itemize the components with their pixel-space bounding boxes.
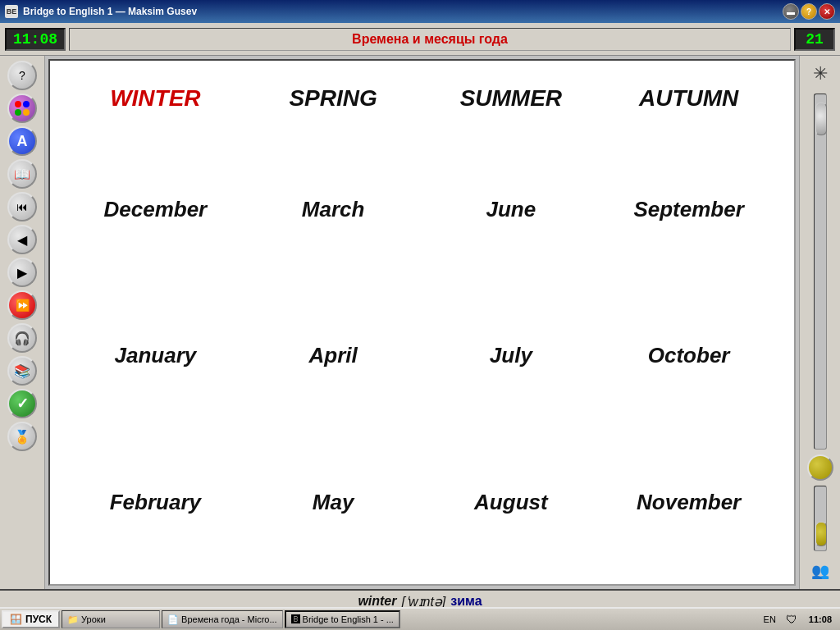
users-icon[interactable]: 👥 [806, 556, 835, 586]
slider-thumb-bottom[interactable] [815, 522, 827, 546]
month-july[interactable]: July [422, 335, 600, 377]
taskbar-antivirus-icon: 🛡 [784, 613, 799, 626]
taskbar: 🪟 ПУСК 📁 Уроки 📄 Времена года - Micro...… [0, 607, 840, 630]
check-sidebar-button[interactable]: ✓ [7, 389, 37, 418]
start-button[interactable]: 🪟 ПУСК [2, 610, 60, 628]
skip-back-sidebar-button[interactable]: ⏮ [7, 192, 37, 221]
taskbar-btn-bridge[interactable]: 🅱 Bridge to English 1 - ... [285, 610, 400, 628]
page-counter: 21 [794, 28, 835, 51]
season-summer[interactable]: SUMMER [422, 77, 600, 120]
vremena-icon: 📄 [167, 614, 179, 625]
lesson-title: Времена и месяцы года [69, 28, 791, 51]
season-spring[interactable]: SPRING [244, 77, 422, 120]
uroki-icon: 📁 [67, 614, 79, 625]
taskbar-btn-uroki[interactable]: 📁 Уроки [62, 610, 160, 628]
month-october[interactable]: October [600, 335, 778, 377]
month-june[interactable]: June [422, 189, 600, 231]
left-sidebar: ? A 📖 ⏮ ◀ ▶ ⏩ 🎧 📚 ✓ 🏅 [0, 56, 45, 589]
medal-sidebar-button[interactable]: 🏅 [7, 422, 37, 451]
month-november[interactable]: November [600, 482, 778, 523]
taskbar-btn-vremena[interactable]: 📄 Времена года - Micro... [162, 610, 283, 628]
book-sidebar-button[interactable]: 📖 [7, 159, 37, 189]
uroki-label: Уроки [81, 614, 106, 624]
taskbar-clock: 11:08 [802, 614, 838, 624]
bridge-label: Bridge to English 1 - ... [303, 614, 394, 624]
month-may[interactable]: May [244, 482, 422, 523]
vremena-label: Времена года - Micro... [181, 614, 277, 624]
top-toolbar: 11:08 Времена и месяцы года 21 [0, 23, 840, 56]
month-august[interactable]: August [422, 482, 600, 523]
month-december[interactable]: December [66, 189, 244, 231]
month-january[interactable]: January [66, 335, 244, 377]
scrollbar-track-top[interactable] [814, 94, 827, 450]
play-sidebar-button[interactable]: ▶ [7, 258, 37, 287]
start-label: ПУСК [25, 614, 52, 625]
volume-knob[interactable] [807, 454, 833, 481]
months-row-3: February May August November [66, 482, 778, 523]
window-controls: ▬ ? ✕ [783, 3, 835, 20]
season-winter[interactable]: WINTER [66, 77, 244, 120]
start-icon: 🪟 [10, 614, 22, 625]
seasons-row: WINTER SPRING SUMMER AUTUMN [50, 69, 794, 128]
colors-sidebar-button[interactable] [7, 94, 37, 123]
slider-track-bottom[interactable] [814, 486, 827, 551]
asterisk-icon[interactable]: ✳ [806, 59, 835, 89]
scrollbar-thumb-top[interactable] [815, 103, 827, 135]
back-sidebar-button[interactable]: ◀ [7, 225, 37, 254]
close-button[interactable]: ✕ [819, 3, 835, 20]
right-panel: ✳ 👥 [799, 56, 840, 589]
taskbar-lang: EN [759, 614, 781, 624]
months-row-1: December March June September [66, 189, 778, 231]
months-section: December March June September January Ap… [50, 136, 794, 576]
app-icon: BE [5, 5, 18, 18]
headphones-sidebar-button[interactable]: 🎧 [7, 323, 37, 353]
help-button[interactable]: ? [801, 3, 817, 20]
book2-sidebar-button[interactable]: 📚 [7, 356, 37, 386]
month-march[interactable]: March [244, 189, 422, 231]
letter-a-sidebar-button[interactable]: A [7, 126, 37, 156]
main-layout: ? A 📖 ⏮ ◀ ▶ ⏩ 🎧 📚 ✓ 🏅 WINTER SPRING SUMM… [0, 56, 840, 589]
help-sidebar-button[interactable]: ? [7, 61, 37, 90]
title-bar: BE Bridge to English 1 — Maksim Gusev ▬ … [0, 0, 840, 23]
month-february[interactable]: February [66, 482, 244, 523]
content-area: WINTER SPRING SUMMER AUTUMN December Mar… [48, 59, 796, 586]
fast-forward-sidebar-button[interactable]: ⏩ [7, 290, 37, 320]
month-september[interactable]: September [600, 189, 778, 231]
season-autumn[interactable]: AUTUMN [600, 77, 778, 120]
clock-display: 11:08 [5, 28, 66, 51]
bridge-icon: 🅱 [291, 614, 300, 624]
months-row-2: January April July October [66, 335, 778, 377]
title-bar-text: Bridge to English 1 — Maksim Gusev [23, 6, 778, 17]
month-april[interactable]: April [244, 335, 422, 377]
minimize-button[interactable]: ▬ [783, 3, 799, 20]
